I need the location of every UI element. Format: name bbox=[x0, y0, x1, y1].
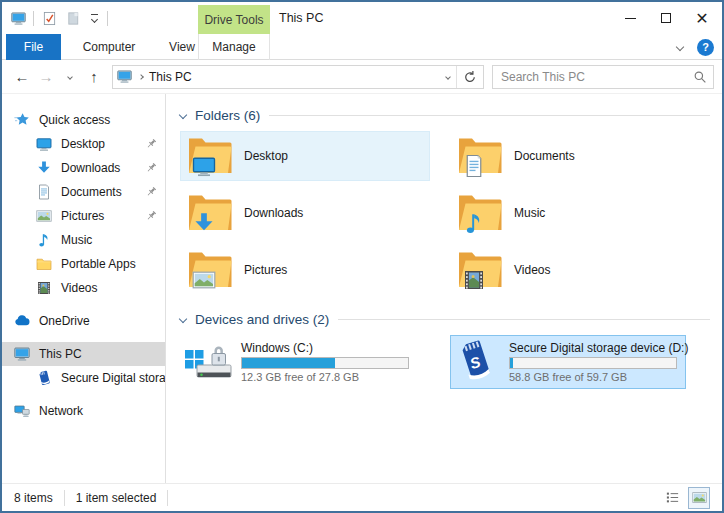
search-icon[interactable] bbox=[693, 70, 707, 84]
chevron-down-icon bbox=[676, 43, 684, 51]
folder-tile-desktop[interactable]: Desktop bbox=[180, 131, 430, 181]
divider bbox=[456, 66, 457, 88]
customize-caret-icon bbox=[90, 14, 99, 22]
ribbon-right-controls: ? bbox=[675, 34, 714, 60]
collapse-group-icon bbox=[179, 315, 187, 323]
free-space-text: 12.3 GB free of 27.8 GB bbox=[241, 371, 409, 383]
folder-icon bbox=[187, 135, 233, 177]
sidebar-item-secure-digital-storage[interactable]: Secure Digital storage bbox=[2, 366, 165, 390]
folder-tile-downloads[interactable]: Downloads bbox=[180, 188, 430, 238]
ribbon-tabs: File Computer View Manage ? bbox=[2, 34, 722, 60]
computer-icon bbox=[14, 346, 30, 362]
sidebar-item-this-pc[interactable]: This PC bbox=[2, 342, 165, 366]
folder-tile-music[interactable]: Music bbox=[450, 188, 700, 238]
contextual-tab-column: Manage bbox=[198, 34, 270, 60]
back-arrow-icon: ← bbox=[15, 68, 30, 85]
breadcrumb-location[interactable]: This PC bbox=[149, 70, 192, 84]
maximize-button[interactable] bbox=[648, 2, 684, 34]
group-title: Folders (6) bbox=[195, 108, 260, 123]
tab-computer[interactable]: Computer bbox=[64, 34, 154, 60]
sidebar-item-quick-access[interactable]: Quick access bbox=[2, 108, 165, 132]
window-title: This PC bbox=[279, 2, 323, 34]
sidebar-item-desktop[interactable]: Desktop bbox=[2, 132, 165, 156]
pin-icon bbox=[145, 186, 157, 201]
divider bbox=[33, 11, 34, 26]
window-body: Quick accessDesktopDownloadsDocumentsPic… bbox=[2, 94, 722, 483]
sidebar-item-portable-apps[interactable]: Portable Apps bbox=[2, 252, 165, 276]
sidebar-item-label: Pictures bbox=[61, 209, 104, 223]
group-header-devices[interactable]: Devices and drives (2) bbox=[180, 308, 722, 330]
sidebar-item-label: Documents bbox=[61, 185, 122, 199]
sidebar-item-label: Portable Apps bbox=[61, 257, 136, 271]
details-view-button[interactable] bbox=[661, 487, 683, 509]
drives-grid: Windows (C:)12.3 GB free of 27.8 GBSSecu… bbox=[180, 335, 722, 389]
sidebar-item-label: Downloads bbox=[61, 161, 120, 175]
drive-info: Windows (C:)12.3 GB free of 27.8 GB bbox=[241, 341, 409, 383]
forward-button[interactable]: → bbox=[34, 65, 58, 89]
divider bbox=[64, 490, 65, 506]
breadcrumb-chevron-icon bbox=[138, 74, 144, 80]
sidebar-item-documents[interactable]: Documents bbox=[2, 180, 165, 204]
refresh-icon bbox=[463, 70, 477, 84]
folder-icon bbox=[187, 249, 233, 291]
address-bar[interactable]: This PC bbox=[112, 65, 484, 89]
capacity-bar bbox=[241, 357, 409, 369]
divider bbox=[167, 490, 168, 506]
view-switcher bbox=[661, 487, 710, 509]
help-button[interactable]: ? bbox=[697, 39, 714, 56]
qat-customize-button[interactable] bbox=[89, 13, 100, 23]
sidebar-item-label: Secure Digital storage bbox=[61, 371, 166, 385]
group-header-folders[interactable]: Folders (6) bbox=[180, 104, 722, 126]
address-bar-row: ← → ↑ This PC bbox=[2, 60, 722, 94]
thumbnail-view-button[interactable] bbox=[688, 487, 710, 509]
address-dropdown-button[interactable] bbox=[444, 73, 452, 81]
music-note-icon bbox=[36, 232, 52, 248]
back-button[interactable]: ← bbox=[10, 65, 34, 89]
monitor-icon bbox=[192, 154, 216, 178]
collapse-group-icon bbox=[179, 111, 187, 119]
sidebar-item-downloads[interactable]: Downloads bbox=[2, 156, 165, 180]
pin-icon bbox=[145, 162, 157, 177]
details-view-icon bbox=[665, 490, 680, 505]
folder-icon bbox=[36, 256, 52, 272]
collapse-ribbon-button[interactable] bbox=[675, 42, 685, 52]
sidebar-item-videos[interactable]: Videos bbox=[2, 276, 165, 300]
maximize-icon bbox=[661, 13, 671, 23]
drive-tile-c[interactable]: Windows (C:)12.3 GB free of 27.8 GB bbox=[180, 335, 416, 389]
chevron-down-icon bbox=[67, 74, 73, 80]
sidebar-item-pictures[interactable]: Pictures bbox=[2, 204, 165, 228]
folder-tile-videos[interactable]: Videos bbox=[450, 245, 700, 295]
search-input[interactable] bbox=[499, 69, 693, 85]
capacity-bar bbox=[509, 357, 677, 369]
chevron-down-icon bbox=[445, 74, 451, 80]
navigation-pane: Quick accessDesktopDownloadsDocumentsPic… bbox=[2, 94, 166, 483]
up-button[interactable]: ↑ bbox=[82, 65, 106, 89]
qat-properties-button[interactable] bbox=[41, 10, 58, 27]
refresh-button[interactable] bbox=[461, 68, 479, 86]
sidebar-item-label: Music bbox=[61, 233, 92, 247]
recent-locations-button[interactable] bbox=[58, 65, 82, 89]
close-icon: ✕ bbox=[695, 9, 708, 28]
sidebar-item-music[interactable]: Music bbox=[2, 228, 165, 252]
folder-tile-pictures[interactable]: Pictures bbox=[180, 245, 430, 295]
contextual-tab-drive-tools[interactable]: Drive Tools bbox=[198, 5, 270, 34]
picture-icon bbox=[36, 208, 52, 224]
drive-tile-d[interactable]: SSecure Digital storage device (D:)58.8 … bbox=[450, 335, 686, 389]
minimize-button[interactable] bbox=[612, 2, 648, 34]
qat-new-item-button[interactable] bbox=[65, 10, 82, 27]
tab-file[interactable]: File bbox=[6, 34, 61, 60]
group-rule bbox=[338, 319, 710, 320]
folder-icon bbox=[457, 192, 503, 234]
sidebar-item-network[interactable]: Network bbox=[2, 399, 165, 423]
group-title: Devices and drives (2) bbox=[195, 312, 329, 327]
sidebar-item-onedrive[interactable]: OneDrive bbox=[2, 309, 165, 333]
capacity-bar-fill bbox=[242, 358, 335, 368]
folder-tile-documents[interactable]: Documents bbox=[450, 131, 700, 181]
tab-manage[interactable]: Manage bbox=[199, 34, 269, 60]
cloud-icon bbox=[14, 313, 30, 329]
explorer-window: Drive Tools This PC ✕ File Computer View… bbox=[0, 0, 724, 513]
content-pane: Folders (6) DesktopDocumentsDownloadsMus… bbox=[166, 94, 722, 483]
folders-grid: DesktopDocumentsDownloadsMusicPicturesVi… bbox=[180, 131, 722, 295]
close-button[interactable]: ✕ bbox=[684, 2, 720, 34]
pin-icon bbox=[145, 210, 157, 225]
